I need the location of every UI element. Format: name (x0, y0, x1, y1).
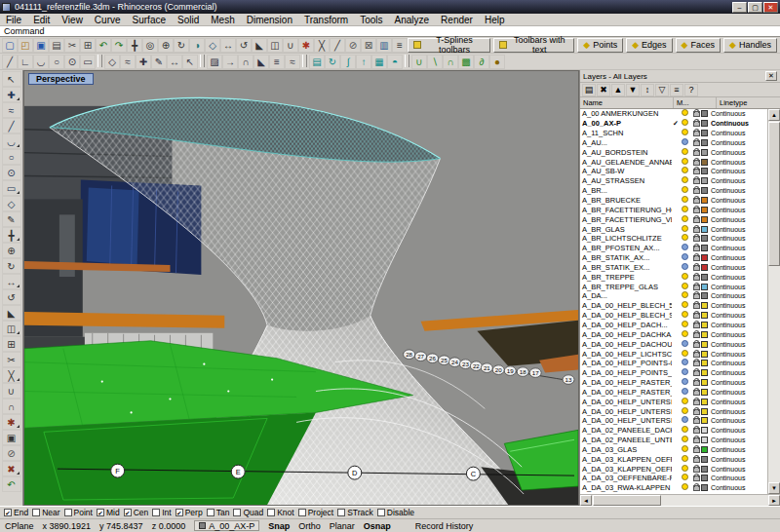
extend-icon[interactable]: → (222, 55, 238, 69)
layer-lock-icon[interactable] (690, 398, 701, 406)
layer-lock-icon[interactable] (690, 407, 701, 416)
layer-lock-icon[interactable] (690, 445, 701, 454)
menu-render[interactable]: Render (435, 14, 479, 26)
sort-layers-icon[interactable]: ↕ (641, 84, 654, 96)
layer-lock-icon[interactable] (690, 273, 701, 282)
menu-mesh[interactable]: Mesh (205, 14, 240, 26)
record-history-button[interactable]: Record History (415, 521, 474, 531)
ellipse-tool[interactable]: ⊙ (2, 165, 21, 180)
layer-row[interactable]: A_DA_00_HELP_DACHKA...Continuous (580, 329, 767, 339)
layer-linetype[interactable]: Continuous (711, 120, 767, 127)
osnap-int[interactable]: Int (152, 508, 171, 517)
layer-lock-icon[interactable] (690, 378, 701, 387)
osnap-disable[interactable]: Disable (377, 508, 414, 517)
column-name[interactable]: Name (580, 97, 674, 108)
trim-icon[interactable]: ╳ (314, 38, 330, 53)
layer-lock-icon[interactable] (690, 465, 701, 474)
rectangle-icon[interactable]: ▭ (80, 55, 96, 69)
layer-lock-icon[interactable] (690, 483, 701, 492)
layer-row[interactable]: A_DA_00_HELP_RASTER_L...Continuous (580, 378, 767, 388)
mesh-tools-icon[interactable]: ▩ (458, 55, 474, 69)
layer-row[interactable]: A_BR...Continuous (580, 186, 767, 196)
point-tool[interactable]: ✚ (2, 87, 21, 102)
scroll-thumb[interactable] (768, 122, 780, 266)
close-button[interactable]: ✕ (763, 2, 778, 13)
layer-visibility-bulb-icon[interactable] (680, 465, 690, 474)
layer-color-swatch[interactable] (701, 322, 708, 328)
layer-row[interactable]: A_BR_LICHTSCHLITZEContinuous (580, 234, 767, 244)
leader-icon[interactable]: ↖ (182, 55, 198, 69)
group-tool[interactable]: ▣ (2, 430, 21, 445)
layer-color-swatch[interactable] (701, 360, 708, 366)
boolean-union-icon[interactable]: ∪ (411, 55, 427, 69)
layer-row[interactable]: A_DA_00_HELP_DACH...Continuous (580, 321, 767, 330)
layer-visibility-bulb-icon[interactable] (680, 196, 690, 205)
osnap-tan[interactable]: Tan (207, 508, 230, 517)
layer-linetype[interactable]: Continuous (711, 417, 767, 424)
hide-object-icon[interactable]: ⊘ (345, 38, 361, 53)
layer-linetype[interactable]: Continuous (711, 379, 767, 386)
render-preview-icon[interactable]: ● (489, 55, 505, 69)
osnap-button[interactable]: Osnap (364, 521, 391, 531)
layer-visibility-bulb-icon[interactable] (680, 129, 690, 137)
menu-edit[interactable]: Edit (27, 14, 56, 26)
edges-button[interactable]: ◆Edges (626, 38, 672, 53)
delete-layer-icon[interactable]: ✖ (597, 84, 610, 96)
revolve-icon[interactable]: ↻ (325, 55, 340, 69)
layer-lock-icon[interactable] (690, 436, 701, 444)
layers-vertical-scrollbar[interactable]: ▲ ▼ (767, 109, 780, 494)
layer-lock-icon[interactable] (690, 359, 701, 367)
layer-lock-icon[interactable] (690, 340, 701, 349)
layer-color-swatch[interactable] (701, 417, 708, 424)
layer-linetype[interactable]: Continuous (711, 437, 767, 443)
layer-visibility-bulb-icon[interactable] (680, 321, 690, 329)
lock-object-icon[interactable]: ⊠ (361, 38, 376, 53)
redo-icon[interactable]: ↷ (111, 38, 127, 53)
scroll-right-icon[interactable]: ► (768, 495, 780, 506)
layer-linetype[interactable]: Continuous (711, 312, 767, 319)
layer-color-swatch[interactable] (701, 466, 708, 473)
menu-help[interactable]: Help (479, 14, 511, 26)
layer-visibility-bulb-icon[interactable] (680, 359, 690, 367)
new-file-icon[interactable]: ▢ (2, 38, 18, 53)
object-properties-icon[interactable]: ≡ (392, 38, 408, 53)
freeform-curve-icon[interactable]: ≈ (120, 55, 136, 69)
layer-row[interactable]: A_DA_00_HELP_DACHOUT...Continuous (580, 339, 767, 349)
layer-lock-icon[interactable] (690, 253, 701, 262)
layer-visibility-bulb-icon[interactable] (680, 455, 690, 464)
command-input[interactable]: Command (0, 26, 780, 37)
layer-lock-icon[interactable] (690, 186, 701, 195)
layers-horizontal-scrollbar[interactable]: ◄ ► (580, 494, 780, 506)
layer-row[interactable]: A_AU_SB-WContinuous (580, 167, 767, 176)
layer-color-swatch[interactable] (701, 389, 708, 396)
fillet-icon[interactable]: ∩ (238, 55, 254, 69)
curve-tool[interactable]: ≈ (2, 102, 21, 118)
layer-visibility-bulb-icon[interactable] (680, 119, 690, 128)
layer-color-swatch[interactable] (701, 274, 708, 281)
layer-lock-icon[interactable] (690, 301, 701, 310)
column-material[interactable]: M... (674, 97, 717, 108)
layer-lock-icon[interactable] (690, 330, 701, 339)
menu-dimension[interactable]: Dimension (241, 14, 298, 26)
ortho-button[interactable]: Ortho (298, 521, 321, 531)
layer-color-swatch[interactable] (701, 427, 708, 434)
layer-color-swatch[interactable] (701, 284, 708, 290)
layer-visibility-bulb-icon[interactable] (680, 474, 690, 482)
menu-curve[interactable]: Curve (89, 14, 127, 26)
points-button[interactable]: ◆Points (577, 38, 623, 53)
zoom-tool[interactable]: ⊕ (2, 243, 21, 258)
layer-row[interactable]: A_DA_00_HELP_UNTERSI...Continuous (580, 416, 767, 426)
layer-row[interactable]: A_DA_00_HELP_UNTERSI...Continuous (580, 397, 767, 406)
layer-row[interactable]: A_DA_00_HELP_LICHTSCH...Continuous (580, 349, 767, 359)
layer-row[interactable]: A_DA_03_RWA-KLAPPENContinuous (580, 483, 767, 493)
move-icon[interactable]: ↔ (220, 38, 236, 53)
select-tool[interactable]: ↖ (2, 71, 21, 87)
osnap-strack[interactable]: STrack (337, 508, 373, 517)
copy-icon[interactable]: ⊞ (80, 38, 96, 53)
layer-row[interactable]: A_BR_TREPPEContinuous (580, 272, 767, 282)
layer-lock-icon[interactable] (690, 311, 701, 320)
layer-row[interactable]: A_AU_BORDSTEINContinuous (580, 147, 767, 157)
join-tool[interactable]: ∪ (2, 383, 21, 399)
join-icon[interactable]: ∪ (283, 38, 298, 53)
layer-lock-icon[interactable] (690, 196, 701, 205)
